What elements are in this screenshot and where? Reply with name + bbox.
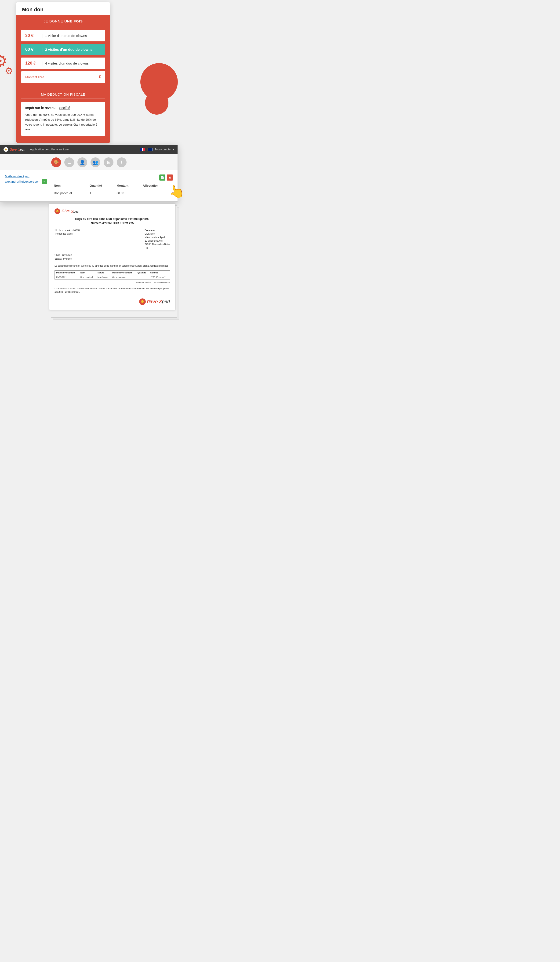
account-chevron: ▾ bbox=[173, 148, 174, 151]
user-name-link[interactable]: M Alexandre Ayad bbox=[5, 174, 47, 178]
donation-card: Mon don JE DONNE UNE FOIS 30 € | 1 visit… bbox=[16, 2, 110, 143]
receipt-footer-logo: 😊 GiveXpert bbox=[55, 299, 170, 305]
fiscal-tab-active[interactable]: Impôt sur le revenu bbox=[25, 106, 55, 110]
donor-label: Donateur bbox=[145, 229, 170, 232]
option-120-amount: 120 € bbox=[25, 61, 39, 66]
footer-xpert: Xpert bbox=[159, 299, 170, 304]
title-bar-logo: 😊 GiveXpert bbox=[3, 147, 25, 152]
col-nom: Nom bbox=[52, 182, 87, 189]
table-action-red-btn[interactable]: ✖ bbox=[167, 174, 173, 181]
objet-label: Objet : Givexpert bbox=[55, 253, 170, 257]
address-line1: 12 place des Arts 74200 bbox=[55, 229, 79, 232]
col-montant: Montant bbox=[114, 182, 140, 189]
option-60-amount: 60 € bbox=[25, 47, 39, 52]
donor-name2: M Alexandre - Ayad bbox=[145, 236, 170, 239]
receipt-address-left: 12 place des Arts 74200 Thonon-les-bains bbox=[55, 229, 79, 250]
option-120-desc: 4 visites d'un duo de clowns bbox=[45, 61, 89, 65]
edit-user-btn[interactable]: ✎ bbox=[42, 179, 47, 184]
fiscal-tabs: Impôt sur le revenu Société bbox=[25, 106, 101, 110]
receipt-certify: Le bénéficiaire certifie sur l'honneur q… bbox=[55, 287, 170, 294]
fiscal-divider bbox=[21, 98, 105, 98]
rcol-date: Date du versement bbox=[55, 271, 79, 275]
fiscal-title: MA DÉDUCTION FISCALE bbox=[21, 93, 105, 96]
flag-en[interactable] bbox=[148, 148, 153, 151]
option-30[interactable]: 30 € | 1 visite d'un duo de clowns bbox=[21, 30, 105, 41]
option-120[interactable]: 120 € | 4 visites d'un duo de clowns bbox=[21, 58, 105, 69]
receipt-address-row: 12 place des Arts 74200 Thonon-les-bains… bbox=[55, 229, 170, 250]
receipt-subtitle: Numéro d'ordre ODR-FORM-275 bbox=[55, 221, 170, 225]
user-info-col: M Alexandre Ayad alexandre@givexpert.com… bbox=[5, 174, 47, 197]
rcol-quantite: Quantité bbox=[136, 271, 149, 275]
nav-download-btn[interactable]: ⬇ bbox=[117, 157, 127, 167]
nav-list-btn[interactable]: ☰ bbox=[65, 157, 74, 167]
user-email-link[interactable]: alexandre@givexpert.com bbox=[5, 180, 40, 183]
receipt-title: Reçu au titre des dons à un organisme d'… bbox=[55, 217, 170, 221]
logo-give: Give bbox=[10, 148, 17, 151]
free-amount-input[interactable] bbox=[85, 75, 99, 79]
receipt-table-row: 29/07/2021 Don ponctuel Numérique Carte … bbox=[55, 275, 170, 279]
app-name-label: Application de collecte en ligne bbox=[30, 148, 138, 151]
table-actions: 📄 ✖ bbox=[52, 174, 173, 181]
receipt-description: Le bénéficiaire reconnaît avoir reçu au … bbox=[55, 264, 170, 268]
rrow-date: 29/07/2021 bbox=[55, 275, 79, 279]
receipt-footer-icon: 😊 bbox=[139, 299, 146, 305]
address-line2: Thonon-les-bains bbox=[55, 232, 79, 236]
receipt-total-row: Sommes totales : ***30,00 euros*** bbox=[55, 281, 170, 284]
receipt-stack: 😊 GiveXpert Reçu au titre des dons à un … bbox=[49, 203, 180, 310]
option-30-amount: 30 € bbox=[25, 33, 39, 38]
rrow-somme: ***30,00 euros*** bbox=[149, 275, 170, 279]
nav-user-btn[interactable]: 👤 bbox=[77, 157, 87, 167]
data-table-col: 📄 ✖ Nom Quantité Montant Affectation Don… bbox=[52, 174, 173, 197]
receipt-logo-give: Give bbox=[61, 209, 70, 213]
account-link[interactable]: Mon compte bbox=[155, 148, 171, 151]
nav-group-btn[interactable]: 👥 bbox=[90, 157, 100, 167]
statut-label: Statut : givexpert bbox=[55, 257, 170, 261]
rrow-nom: Don ponctuel bbox=[79, 275, 96, 279]
donor-country: FR bbox=[145, 246, 170, 250]
title-bar-right: Mon compte ▾ bbox=[140, 148, 174, 151]
receipt-logo-xpert: Xpert bbox=[71, 209, 79, 213]
data-table: Nom Quantité Montant Affectation Don pon… bbox=[52, 182, 173, 197]
nav-grid-btn[interactable]: ⊞ bbox=[103, 157, 113, 167]
fiscal-text: Votre don de 60 €, ne vous coûte que 20,… bbox=[25, 113, 101, 132]
cell-quantite: 1 bbox=[87, 189, 114, 197]
free-amount-row: Montant libre € bbox=[21, 71, 105, 83]
donation-card-header: Mon don bbox=[16, 2, 110, 15]
logo-xpert: Xpert bbox=[18, 148, 25, 151]
flag-fr[interactable] bbox=[140, 148, 145, 151]
logo-icon: 😊 bbox=[3, 147, 8, 152]
donor-addr1: 12 place des Arts bbox=[145, 239, 170, 242]
fiscal-tab-link[interactable]: Société bbox=[59, 106, 70, 110]
title-bar: 😊 GiveXpert Application de collecte en l… bbox=[0, 145, 178, 154]
receipt-objet: Objet : Givexpert Statut : givexpert bbox=[55, 253, 170, 261]
donor-name1: GiveXpert bbox=[145, 232, 170, 236]
fiscal-section: MA DÉDUCTION FISCALE Impôt sur le revenu… bbox=[16, 89, 110, 143]
deco-circle-small bbox=[145, 91, 168, 115]
option-60-desc: 2 visites d'un duo de clowns bbox=[45, 47, 93, 52]
table-action-green-btn[interactable]: 📄 bbox=[159, 174, 165, 181]
donation-title: Mon don bbox=[22, 6, 104, 13]
nav-palette-btn[interactable]: 🎨 bbox=[51, 157, 61, 167]
rcol-nom: Nom bbox=[79, 271, 96, 275]
donor-addr2: 74200 Thonon-les-Bains bbox=[145, 242, 170, 246]
option-60[interactable]: 60 € | 2 visites d'un duo de clowns bbox=[21, 44, 105, 55]
divider bbox=[21, 26, 105, 26]
rrow-mode: Carte bancaire bbox=[111, 275, 136, 279]
gear-small-icon: ⚙ bbox=[5, 66, 13, 76]
euro-symbol: € bbox=[99, 74, 101, 79]
receipt-main: 😊 GiveXpert Reçu au titre des dons à un … bbox=[49, 203, 176, 310]
cell-nom: Don ponctuel bbox=[52, 189, 87, 197]
total-label: Sommes totales : bbox=[136, 281, 152, 284]
receipt-address-right: Donateur GiveXpert M Alexandre - Ayad 12… bbox=[145, 229, 170, 250]
app-window: 😊 GiveXpert Application de collecte en l… bbox=[0, 145, 178, 202]
rcol-nature: Nature bbox=[96, 271, 111, 275]
receipt-logo-icon: 😊 bbox=[55, 208, 60, 214]
fiscal-white-box: Impôt sur le revenu Société Votre don de… bbox=[21, 102, 105, 136]
col-quantite: Quantité bbox=[87, 182, 114, 189]
receipt-logo-row: 😊 GiveXpert bbox=[55, 208, 170, 214]
footer-give: Give bbox=[147, 299, 158, 305]
once-title: JE DONNE UNE FOIS bbox=[21, 19, 105, 23]
cell-montant: 30.00 bbox=[114, 189, 140, 197]
app-content: M Alexandre Ayad alexandre@givexpert.com… bbox=[0, 170, 178, 202]
rrow-nature: Numérique bbox=[96, 275, 111, 279]
